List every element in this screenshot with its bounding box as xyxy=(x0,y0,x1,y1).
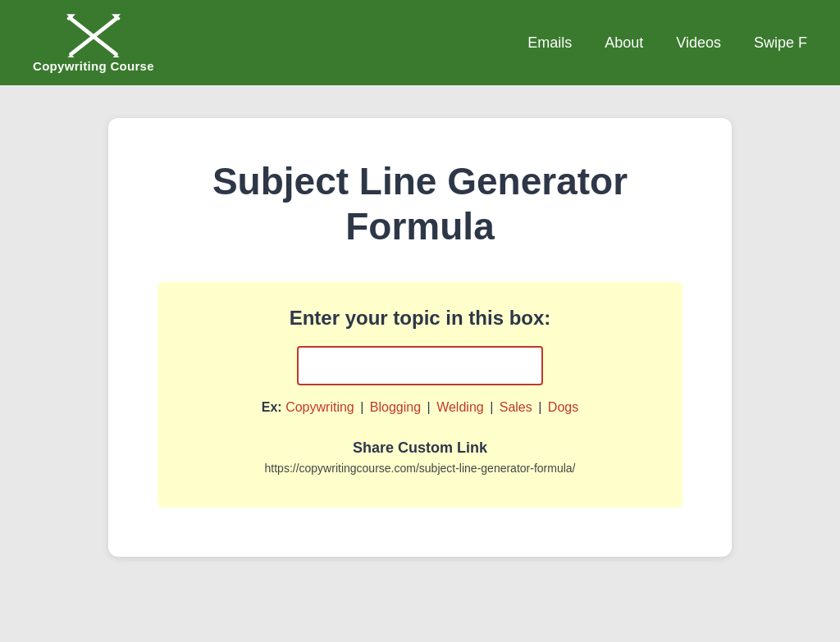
prompt-label: Enter your topic in this box: xyxy=(190,307,650,330)
examples-label: Ex: xyxy=(262,400,282,414)
examples-line: Ex: Copywriting | Blogging | Welding | S… xyxy=(190,400,650,415)
site-header: Copywriting Course Emails About Videos S… xyxy=(0,0,840,85)
svg-marker-3 xyxy=(66,54,75,57)
nav-item-videos[interactable]: Videos xyxy=(676,34,721,52)
logo-icon xyxy=(61,12,126,57)
logo[interactable]: Copywriting Course xyxy=(33,12,154,73)
svg-marker-5 xyxy=(112,54,121,57)
nav-item-about[interactable]: About xyxy=(605,34,643,52)
share-url: https://copywritingcourse.com/subject-li… xyxy=(190,462,650,475)
nav-item-swipe[interactable]: Swipe F xyxy=(754,34,807,52)
main-content: Subject Line Generator Formula Enter you… xyxy=(0,85,840,590)
example-dogs[interactable]: Dogs xyxy=(548,400,578,414)
content-card: Subject Line Generator Formula Enter you… xyxy=(108,118,732,557)
generator-box: Enter your topic in this box: Ex: Copywr… xyxy=(158,282,682,508)
main-nav: Emails About Videos Swipe F xyxy=(527,34,807,52)
example-welding[interactable]: Welding xyxy=(436,400,484,414)
page-title: Subject Line Generator Formula xyxy=(158,159,682,249)
share-section: Share Custom Link https://copywritingcou… xyxy=(190,439,650,475)
example-blogging[interactable]: Blogging xyxy=(370,400,421,414)
logo-text: Copywriting Course xyxy=(33,59,154,73)
example-sales[interactable]: Sales xyxy=(500,400,532,414)
share-label: Share Custom Link xyxy=(190,439,650,457)
topic-input[interactable] xyxy=(297,346,543,385)
example-copywriting[interactable]: Copywriting xyxy=(285,400,354,414)
nav-item-emails[interactable]: Emails xyxy=(527,34,572,52)
